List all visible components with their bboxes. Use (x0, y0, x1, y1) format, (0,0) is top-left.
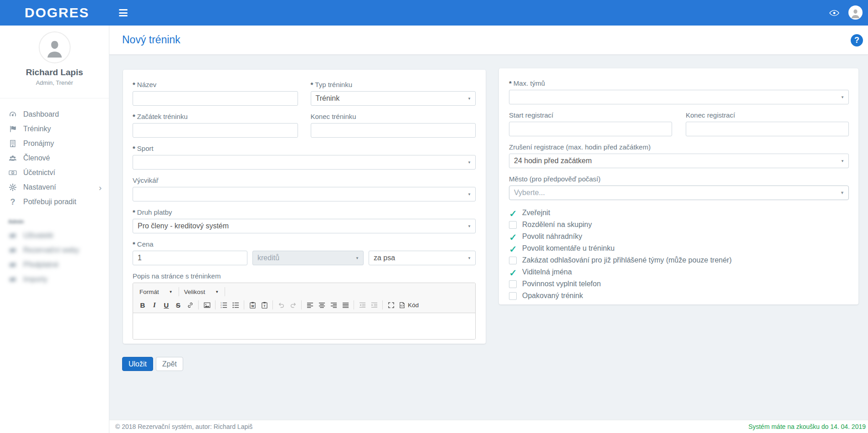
user-avatar[interactable] (848, 5, 863, 20)
caret-down-icon: ▼ (169, 290, 173, 294)
checkbox-label: Zveřejnit (522, 209, 550, 217)
field-zruseni-registrace: Zrušení registrace (max. hodin před začá… (509, 143, 849, 168)
checkbox-label: Povinnost vyplnit telefon (522, 280, 601, 288)
help-icon[interactable]: ? (851, 34, 863, 46)
justify-button[interactable] (339, 299, 351, 310)
size-dropdown[interactable]: Velikost▼ (181, 287, 222, 297)
field-vycvikar: Výcvikář ▼ (133, 176, 476, 201)
cena-input[interactable] (133, 251, 247, 265)
page-title: Nový trénink (122, 34, 180, 46)
sidebar-item[interactable]: Dashboard › (0, 107, 109, 122)
image-button[interactable] (201, 299, 213, 310)
bullet-list-button[interactable] (230, 299, 241, 310)
flag-icon (8, 124, 17, 134)
format-dropdown[interactable]: Formát▼ (137, 287, 176, 297)
sidebar-item[interactable]: Pronájmy › (0, 136, 109, 151)
editor-content-area[interactable] (133, 313, 475, 339)
field-max-tymu: *Max. týmů ▼ (509, 79, 849, 104)
outdent-button[interactable] (356, 299, 368, 310)
sidebar-nav: Dashboard › Tréninky › Pronájmy › Členov… (0, 107, 109, 209)
cena-per-select[interactable]: za psa▼ (369, 251, 476, 265)
align-left-button[interactable] (304, 299, 316, 310)
gauge-icon (8, 110, 17, 119)
konec-registraci-input[interactable] (686, 122, 849, 136)
maximize-button[interactable] (385, 299, 397, 310)
sidebar-item-label: Pronájmy (23, 139, 54, 148)
vycvikar-select[interactable]: ▼ (133, 187, 476, 201)
max-tymu-select[interactable]: ▼ (509, 90, 849, 104)
registration-settings-card: *Max. týmů ▼ Start registrací Konec regi… (499, 68, 858, 304)
sidebar: Richard Lapis Admin, Trenér Dashboard › … (0, 26, 109, 433)
sidebar-admin-nav: Uživatelé › Rezervační weby › Předplatné… (0, 228, 109, 287)
paste-from-word-button[interactable]: W (247, 299, 258, 310)
checkbox-row[interactable]: Zakázat odhlašování pro již přihlášené t… (509, 254, 849, 266)
sidebar-item[interactable]: Tréninky › (0, 122, 109, 136)
sidebar-item-label: Rezervační weby (23, 246, 79, 254)
hamburger-menu-icon[interactable] (119, 9, 128, 16)
zruseni-registrace-select[interactable]: 24 hodin před začátkem▼ (509, 154, 849, 168)
checkbox-row[interactable]: Opakovaný trénink (509, 290, 849, 302)
checkbox[interactable] (509, 209, 517, 217)
eye-icon[interactable] (829, 10, 839, 16)
sidebar-item[interactable]: ? Potřebuji poradit › (0, 195, 109, 209)
profile-section: Richard Lapis Admin, Trenér (0, 26, 109, 86)
konec-input[interactable] (311, 123, 476, 138)
sidebar-item-blurred[interactable]: Předplatné › (0, 258, 109, 272)
source-code-button[interactable]: Kód (397, 302, 421, 309)
sidebar-item-blurred[interactable]: Importy › (0, 272, 109, 287)
sidebar-item-blurred[interactable]: Rezervační weby › (0, 243, 109, 258)
checkbox-row[interactable]: Rozdělení na skupiny (509, 219, 849, 231)
sidebar-item[interactable]: Nastavení › (0, 180, 109, 195)
cena-unit-select: kreditů▼ (252, 251, 364, 265)
select-arrow-icon: ▼ (355, 256, 359, 260)
sidebar-item[interactable]: 1 Účetnictví › (0, 165, 109, 180)
checkbox[interactable] (509, 280, 517, 288)
checkbox[interactable] (509, 245, 517, 253)
link-button[interactable] (184, 299, 196, 310)
sidebar-item-label: Dashboard (23, 110, 59, 119)
align-center-button[interactable] (316, 299, 328, 310)
checkbox-label: Rozdělení na skupiny (522, 221, 592, 229)
mesto-select[interactable]: Vyberte...▼ (509, 186, 849, 200)
checkbox-row[interactable]: Povinnost vyplnit telefon (509, 278, 849, 290)
sidebar-item-blurred[interactable]: Uživatelé › (0, 228, 109, 243)
redo-button[interactable] (287, 299, 299, 310)
italic-button[interactable]: I (149, 299, 160, 310)
paste-as-text-button[interactable]: T (258, 299, 270, 310)
sidebar-item[interactable]: Členové › (0, 151, 109, 165)
underline-button[interactable]: U (160, 299, 172, 310)
checkbox[interactable] (509, 257, 517, 264)
align-right-button[interactable] (328, 299, 339, 310)
checkbox-row[interactable]: Povolit náhradníky (509, 231, 849, 242)
strikethrough-button[interactable]: S (172, 299, 184, 310)
bullhorn-icon (8, 275, 17, 284)
select-arrow-icon: ▼ (467, 160, 471, 165)
rich-text-editor: Formát▼ Velikost▼ B I U S (133, 283, 476, 340)
ordered-list-button[interactable]: 123 (218, 299, 230, 310)
zacatek-input[interactable] (133, 123, 298, 138)
app-logo[interactable]: DOGRES (25, 5, 89, 21)
checkbox-label: Opakovaný trénink (522, 292, 583, 300)
typ-treninku-select[interactable]: Trénink▼ (311, 91, 476, 106)
back-button[interactable]: Zpět (156, 357, 183, 371)
sport-select[interactable]: ▼ (133, 155, 476, 170)
checkbox[interactable] (509, 221, 517, 229)
select-arrow-icon: ▼ (467, 192, 471, 196)
checkbox-row[interactable]: Zveřejnit (509, 207, 849, 219)
checkbox-row[interactable]: Povolit komentáře u tréninku (509, 242, 849, 254)
start-registraci-input[interactable] (509, 122, 672, 136)
save-button[interactable]: Uložit (122, 357, 153, 371)
checkbox[interactable] (509, 292, 517, 300)
sidebar-item-label: Potřebuji poradit (23, 198, 77, 206)
nazev-input[interactable] (133, 91, 298, 106)
select-arrow-icon: ▼ (467, 256, 471, 260)
checkbox[interactable] (509, 268, 517, 276)
checkbox-row[interactable]: Viditelná jména (509, 266, 849, 278)
checkbox[interactable] (509, 233, 517, 241)
indent-button[interactable] (368, 299, 380, 310)
druh-platby-select[interactable]: Pro členy - kreditový systém▼ (133, 219, 476, 233)
profile-name: Richard Lapis (0, 67, 109, 77)
bold-button[interactable]: B (137, 299, 149, 310)
undo-button[interactable] (275, 299, 287, 310)
profile-avatar (39, 31, 71, 63)
